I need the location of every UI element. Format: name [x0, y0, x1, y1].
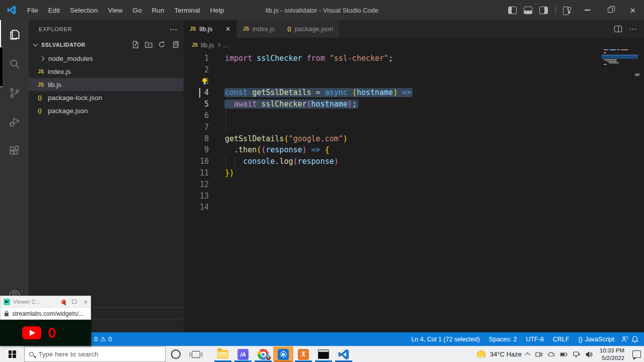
explorer-view-icon[interactable] — [0, 20, 29, 49]
meet-now-icon[interactable] — [535, 350, 543, 358]
viewer-close-icon[interactable]: × — [84, 299, 88, 305]
notifications-bell-icon[interactable] — [631, 335, 639, 343]
menu-help[interactable]: Help — [205, 5, 229, 16]
code-line-1[interactable]: 1import sslChecker from "ssl-checker"; — [184, 53, 644, 64]
close-tab-icon[interactable]: × — [225, 25, 230, 34]
lightbulb-icon[interactable] — [201, 77, 208, 85]
taskbar-search[interactable] — [24, 346, 166, 362]
code-lines: 1import sslChecker from "ssl-checker";23… — [184, 52, 644, 213]
editor-more-icon[interactable]: ⋯ — [629, 25, 637, 34]
search-icon[interactable] — [0, 49, 29, 78]
code-line-2[interactable]: 2 — [184, 64, 644, 76]
chrome-app[interactable] — [253, 346, 273, 362]
status-ln-4-col-1-72-selected-[interactable]: Ln 4, Col 1 (72 selected) — [407, 336, 484, 343]
minimap[interactable] — [604, 49, 631, 65]
tab-index.js[interactable]: JSindex.js — [237, 20, 281, 38]
streamlabs-app[interactable] — [273, 346, 293, 362]
terminal-app[interactable] — [313, 346, 334, 362]
new-file-icon[interactable] — [132, 41, 139, 48]
file-package-lock.json[interactable]: {}package-lock.json — [29, 91, 184, 104]
code-line-3[interactable]: 3 — [184, 76, 644, 87]
code-line-8[interactable]: 8getSslDetails("google.com") — [184, 133, 644, 145]
json-file-icon: {} — [287, 26, 291, 32]
menu-edit[interactable]: Edit — [43, 5, 65, 16]
close-button[interactable]: × — [621, 0, 644, 20]
explorer-header: EXPLORER ⋯ — [29, 20, 184, 38]
network-icon[interactable] — [573, 350, 581, 358]
toggle-panel-icon[interactable] — [524, 7, 532, 14]
tray-expand-icon[interactable] — [525, 352, 530, 357]
file-explorer-app[interactable] — [213, 346, 233, 362]
code-line-9[interactable]: 9 .then((response) => { — [184, 144, 644, 156]
tab-package.json[interactable]: {}package.json — [281, 20, 340, 38]
viewer-url[interactable]: streamlabs.com/widgets/... — [12, 310, 84, 317]
status-spaces-2[interactable]: Spaces: 2 — [485, 336, 522, 343]
customize-layout-icon[interactable] — [563, 7, 571, 14]
status-utf-8[interactable]: UTF-8 — [521, 336, 548, 343]
restore-button[interactable] — [599, 0, 621, 20]
explorer-more-icon[interactable]: ⋯ — [169, 25, 178, 34]
breadcrumb-more[interactable]: ... — [223, 41, 228, 49]
volume-icon[interactable] — [585, 350, 593, 358]
line-number: 13 — [184, 191, 209, 202]
breadcrumb-file[interactable]: lib.js — [201, 41, 214, 49]
vscode-app[interactable] — [334, 346, 354, 362]
menu-run[interactable]: Run — [147, 5, 170, 16]
tab-lib.js[interactable]: JSlib.js× — [184, 20, 237, 38]
extensions-icon[interactable] — [0, 137, 29, 166]
file-lib.js[interactable]: JSlib.js — [29, 78, 184, 91]
taskbar-clock[interactable]: 10:33 PM 5/2/2022 — [598, 347, 626, 361]
feedback-icon[interactable] — [621, 335, 629, 343]
folder-section-header[interactable]: SSLVALIDATOR — [29, 38, 184, 51]
refresh-icon[interactable] — [158, 41, 166, 48]
start-button[interactable] — [0, 346, 24, 362]
code-line-13[interactable]: 13 — [184, 191, 644, 202]
cortana-button[interactable] — [166, 346, 186, 362]
overview-ruler-marker — [635, 73, 639, 76]
menu-selection[interactable]: Selection — [65, 5, 103, 16]
viewer-url-bar[interactable]: streamlabs.com/widgets/... — [0, 307, 91, 320]
code-line-14[interactable]: 14 — [184, 202, 644, 213]
pin-icon[interactable] — [61, 300, 66, 304]
menu-file[interactable]: File — [22, 5, 43, 16]
code-line-4[interactable]: 4const getSslDetails = async (hostname) … — [184, 87, 644, 99]
collapse-all-icon[interactable] — [171, 41, 179, 48]
menu-terminal[interactable]: Terminal — [169, 5, 205, 16]
code-line-11[interactable]: 11}) — [184, 167, 644, 179]
toggle-sidebar-icon[interactable] — [508, 7, 517, 14]
breadcrumb[interactable]: JS lib.js ... — [184, 38, 644, 52]
code-line-12[interactable]: 12 — [184, 179, 644, 191]
code-line-6[interactable]: 6 — [184, 110, 644, 122]
minimize-button[interactable] — [576, 0, 599, 20]
viewer-maximize-icon[interactable] — [72, 300, 76, 304]
new-folder-icon[interactable] — [145, 41, 152, 48]
source-control-icon[interactable] — [0, 78, 29, 108]
battery-icon[interactable] — [560, 350, 568, 358]
search-input[interactable] — [38, 350, 139, 358]
weather-text[interactable]: 34°C Haze — [490, 350, 522, 358]
status-javascript[interactable]: {}JavaScript — [574, 336, 619, 343]
xampp-app[interactable]: X — [293, 346, 313, 362]
menu-view[interactable]: View — [103, 5, 128, 16]
viewer-widget-content: 0 — [0, 320, 91, 346]
file-index.js[interactable]: JSindex.js — [29, 65, 184, 78]
menu-go[interactable]: Go — [128, 5, 147, 16]
toggle-secondary-sidebar-icon[interactable] — [539, 7, 548, 14]
viewer-window-titlebar[interactable]: Viewer C... × — [0, 296, 91, 307]
code-line-5[interactable]: 5 await sslChecker(hostname); — [184, 99, 644, 110]
onedrive-cloud-icon[interactable] — [547, 350, 555, 358]
task-view-button[interactable] — [186, 346, 206, 362]
code-line-7[interactable]: 7 — [184, 122, 644, 133]
line-content — [209, 122, 225, 133]
line-content: console.log(response) — [209, 156, 339, 167]
file-node_modules[interactable]: node_modules — [29, 52, 184, 65]
search-magnifier-icon — [29, 352, 34, 356]
tab-label: index.js — [253, 25, 275, 33]
ia-app[interactable]: /A — [233, 346, 253, 362]
split-editor-icon[interactable] — [614, 26, 622, 32]
code-line-10[interactable]: 10 console.log(response) — [184, 156, 644, 167]
action-center-icon[interactable] — [632, 350, 641, 358]
status-crlf[interactable]: CRLF — [548, 336, 574, 343]
file-package.json[interactable]: {}package.json — [29, 104, 184, 117]
run-debug-icon[interactable] — [0, 108, 29, 137]
